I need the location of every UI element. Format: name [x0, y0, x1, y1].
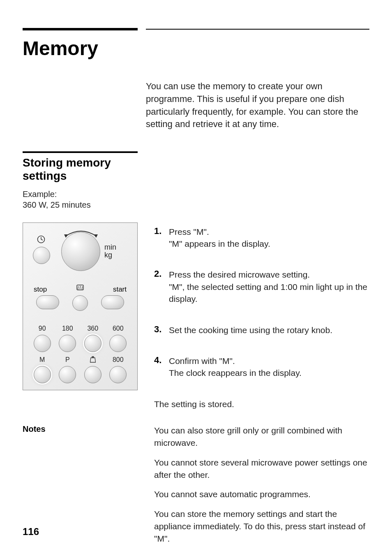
- svg-line-4: [41, 239, 43, 240]
- button-180w: [59, 335, 76, 352]
- label-360: 360: [84, 325, 101, 332]
- button-600w: [109, 335, 127, 352]
- button-weight: [84, 366, 101, 383]
- step-2: 2. Press the desired microwave setting. …: [154, 269, 369, 305]
- memory-labels-row: M P 800: [23, 356, 137, 364]
- label-600: 600: [109, 325, 127, 332]
- intro-paragraph: You can use the memory to create your ow…: [146, 80, 369, 131]
- kg-label: kg: [104, 251, 112, 259]
- step-2-line1: Press the desired microwave setting.: [169, 270, 310, 279]
- clock-button: [33, 247, 50, 264]
- label-p: P: [59, 356, 76, 364]
- step-4: 4. Confirm with "M". The clock reappears…: [154, 355, 369, 379]
- step-body: Confirm with "M". The clock reappears in…: [169, 355, 302, 379]
- section-rule: [23, 151, 138, 153]
- stored-confirmation: The setting is stored.: [154, 398, 369, 410]
- step-3: 3. Set the cooking time using the rotary…: [154, 324, 369, 336]
- note-4: You can store the memory settings and st…: [154, 508, 369, 544]
- top-rule-light: [146, 29, 369, 30]
- power-labels-row: 90 180 360 600: [23, 325, 137, 332]
- step-body: Set the cooking time using the rotary kn…: [169, 324, 332, 336]
- start-label: start: [113, 285, 127, 294]
- clock-icon: [37, 235, 45, 246]
- example-text: Example: 360 W, 25 minutes: [23, 189, 369, 210]
- example-line1: Example:: [23, 190, 57, 199]
- stop-label: stop: [34, 285, 47, 294]
- button-p: [59, 366, 76, 383]
- page-number: 116: [23, 526, 39, 537]
- note-2: You cannot store several microwave power…: [154, 456, 369, 481]
- step-number: 1.: [154, 226, 165, 236]
- label-90: 90: [34, 325, 51, 332]
- step-body: Press "M". "M" appears in the display.: [169, 226, 270, 250]
- step-3-line1: Set the cooking time using the rotary kn…: [169, 325, 332, 335]
- memory-buttons-row: [23, 366, 137, 383]
- step-number: 2.: [154, 269, 165, 279]
- page-title: Memory: [23, 37, 369, 60]
- button-m: [34, 366, 51, 383]
- button-800w: [109, 366, 127, 383]
- step-number: 4.: [154, 355, 165, 366]
- step-number: 3.: [154, 324, 165, 335]
- grill-icon: [76, 285, 84, 292]
- min-kg-label: min kg: [104, 243, 116, 260]
- section-heading: Storing memory settings: [23, 156, 369, 183]
- rotary-knob: [61, 232, 100, 271]
- button-90w: [34, 335, 51, 352]
- step-1: 1. Press "M". "M" appears in the display…: [154, 226, 369, 250]
- notes-heading: Notes: [23, 424, 138, 552]
- step-2-line2: "M", the selected setting and 1:00 min l…: [169, 282, 367, 303]
- stop-button: [36, 295, 59, 309]
- step-body: Press the desired microwave setting. "M"…: [169, 269, 369, 305]
- weight-icon: [84, 356, 101, 364]
- start-button: [101, 295, 124, 309]
- grill-button: [72, 295, 88, 311]
- label-m: M: [34, 356, 51, 364]
- power-buttons-row: [23, 335, 137, 352]
- label-180: 180: [59, 325, 76, 332]
- button-360w: [84, 335, 101, 352]
- section-heading-line2: settings: [23, 169, 67, 182]
- note-3: You cannot save automatic programmes.: [154, 488, 369, 500]
- notes-body: You can also store grill only or grill c…: [154, 424, 369, 552]
- min-label: min: [104, 243, 116, 251]
- control-panel-illustration: min kg stop start 90 180 360 600: [23, 222, 138, 390]
- control-row-2: [23, 295, 137, 311]
- steps-list: 1. Press "M". "M" appears in the display…: [154, 226, 369, 379]
- top-rule-heavy: [23, 28, 138, 30]
- step-1-line1: Press "M".: [169, 227, 209, 236]
- step-4-line1: Confirm with "M".: [169, 356, 235, 366]
- label-800: 800: [109, 356, 127, 364]
- example-line2: 360 W, 25 minutes: [23, 200, 91, 209]
- step-4-line2: The clock reappears in the display.: [169, 368, 302, 378]
- section-heading-line1: Storing memory: [23, 156, 111, 169]
- note-1: You can also store grill only or grill c…: [154, 424, 369, 449]
- step-1-line2: "M" appears in the display.: [169, 239, 270, 248]
